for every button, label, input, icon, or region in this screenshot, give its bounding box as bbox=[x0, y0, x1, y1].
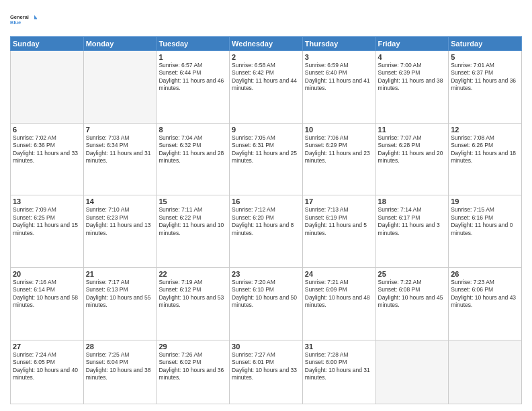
calendar-day-cell bbox=[375, 340, 449, 404]
calendar-day-cell bbox=[11, 51, 84, 124]
calendar-week-row: 13Sunrise: 7:09 AMSunset: 6:25 PMDayligh… bbox=[11, 195, 522, 268]
day-number: 12 bbox=[451, 126, 519, 134]
day-info: Sunrise: 6:59 AMSunset: 6:40 PMDaylight:… bbox=[305, 62, 373, 93]
day-number: 15 bbox=[159, 197, 227, 205]
calendar-day-cell: 6Sunrise: 7:02 AMSunset: 6:36 PMDaylight… bbox=[11, 123, 84, 195]
day-number: 23 bbox=[232, 270, 300, 278]
day-info: Sunrise: 7:20 AMSunset: 6:10 PMDaylight:… bbox=[232, 279, 300, 310]
day-number: 28 bbox=[86, 342, 154, 351]
day-info: Sunrise: 7:19 AMSunset: 6:12 PMDaylight:… bbox=[159, 279, 227, 310]
calendar-day-cell: 4Sunrise: 7:00 AMSunset: 6:39 PMDaylight… bbox=[375, 51, 449, 124]
calendar-day-cell: 17Sunrise: 7:13 AMSunset: 6:19 PMDayligh… bbox=[302, 195, 375, 268]
calendar-day-cell: 18Sunrise: 7:14 AMSunset: 6:17 PMDayligh… bbox=[375, 195, 449, 268]
day-number: 9 bbox=[232, 126, 300, 134]
calendar-day-cell: 29Sunrise: 7:26 AMSunset: 6:02 PMDayligh… bbox=[157, 340, 230, 404]
day-info: Sunrise: 7:13 AMSunset: 6:19 PMDaylight:… bbox=[305, 206, 373, 237]
day-info: Sunrise: 6:57 AMSunset: 6:44 PMDaylight:… bbox=[159, 62, 227, 93]
logo: General Blue bbox=[10, 7, 37, 32]
day-info: Sunrise: 7:26 AMSunset: 6:02 PMDaylight:… bbox=[159, 351, 227, 382]
calendar-day-cell: 12Sunrise: 7:08 AMSunset: 6:26 PMDayligh… bbox=[449, 123, 522, 195]
day-number: 6 bbox=[13, 126, 81, 134]
calendar-body: 1Sunrise: 6:57 AMSunset: 6:44 PMDaylight… bbox=[11, 51, 522, 404]
page: General Blue SundayMondayTuesdayWednesda… bbox=[0, 0, 532, 411]
svg-marker-2 bbox=[34, 15, 37, 19]
day-number: 22 bbox=[159, 270, 227, 278]
day-number: 8 bbox=[159, 126, 227, 134]
day-number: 2 bbox=[232, 53, 300, 61]
calendar-week-row: 20Sunrise: 7:16 AMSunset: 6:14 PMDayligh… bbox=[11, 267, 522, 340]
calendar-day-cell: 2Sunrise: 6:58 AMSunset: 6:42 PMDaylight… bbox=[230, 51, 303, 124]
calendar-day-cell: 21Sunrise: 7:17 AMSunset: 6:13 PMDayligh… bbox=[83, 267, 157, 340]
calendar-day-cell: 19Sunrise: 7:15 AMSunset: 6:16 PMDayligh… bbox=[449, 195, 522, 268]
day-info: Sunrise: 7:03 AMSunset: 6:34 PMDaylight:… bbox=[86, 134, 154, 165]
calendar-day-cell: 24Sunrise: 7:21 AMSunset: 6:09 PMDayligh… bbox=[302, 267, 375, 340]
calendar-day-cell: 23Sunrise: 7:20 AMSunset: 6:10 PMDayligh… bbox=[230, 267, 303, 340]
calendar-day-cell: 10Sunrise: 7:06 AMSunset: 6:29 PMDayligh… bbox=[302, 123, 375, 195]
day-info: Sunrise: 7:08 AMSunset: 6:26 PMDaylight:… bbox=[451, 134, 519, 165]
calendar-day-cell: 1Sunrise: 6:57 AMSunset: 6:44 PMDaylight… bbox=[157, 51, 230, 124]
calendar-day-cell: 26Sunrise: 7:23 AMSunset: 6:06 PMDayligh… bbox=[449, 267, 522, 340]
calendar-day-cell: 20Sunrise: 7:16 AMSunset: 6:14 PMDayligh… bbox=[11, 267, 84, 340]
calendar-day-cell: 13Sunrise: 7:09 AMSunset: 6:25 PMDayligh… bbox=[11, 195, 84, 268]
day-info: Sunrise: 6:58 AMSunset: 6:42 PMDaylight:… bbox=[232, 62, 300, 93]
weekday-header-cell: Wednesday bbox=[230, 37, 303, 51]
day-number: 5 bbox=[451, 53, 519, 61]
calendar-day-cell: 30Sunrise: 7:27 AMSunset: 6:01 PMDayligh… bbox=[230, 340, 303, 404]
day-info: Sunrise: 7:05 AMSunset: 6:31 PMDaylight:… bbox=[232, 134, 300, 165]
day-info: Sunrise: 7:25 AMSunset: 6:04 PMDaylight:… bbox=[86, 351, 154, 382]
day-info: Sunrise: 7:23 AMSunset: 6:06 PMDaylight:… bbox=[451, 279, 519, 310]
day-info: Sunrise: 7:12 AMSunset: 6:20 PMDaylight:… bbox=[232, 206, 300, 237]
svg-text:Blue: Blue bbox=[10, 19, 21, 26]
calendar-day-cell: 15Sunrise: 7:11 AMSunset: 6:22 PMDayligh… bbox=[157, 195, 230, 268]
calendar-day-cell: 11Sunrise: 7:07 AMSunset: 6:28 PMDayligh… bbox=[375, 123, 449, 195]
calendar-day-cell: 28Sunrise: 7:25 AMSunset: 6:04 PMDayligh… bbox=[83, 340, 157, 404]
weekday-header-row: SundayMondayTuesdayWednesdayThursdayFrid… bbox=[11, 37, 522, 51]
day-info: Sunrise: 7:06 AMSunset: 6:29 PMDaylight:… bbox=[305, 134, 373, 165]
day-info: Sunrise: 7:15 AMSunset: 6:16 PMDaylight:… bbox=[451, 206, 519, 237]
day-number: 30 bbox=[232, 342, 300, 351]
calendar-day-cell: 8Sunrise: 7:04 AMSunset: 6:32 PMDaylight… bbox=[157, 123, 230, 195]
header: General Blue bbox=[10, 7, 522, 32]
calendar-day-cell: 31Sunrise: 7:28 AMSunset: 6:00 PMDayligh… bbox=[302, 340, 375, 404]
day-info: Sunrise: 7:28 AMSunset: 6:00 PMDaylight:… bbox=[305, 351, 373, 382]
weekday-header-cell: Thursday bbox=[302, 37, 375, 51]
day-info: Sunrise: 7:04 AMSunset: 6:32 PMDaylight:… bbox=[159, 134, 227, 165]
day-info: Sunrise: 7:27 AMSunset: 6:01 PMDaylight:… bbox=[232, 351, 300, 382]
day-info: Sunrise: 7:10 AMSunset: 6:23 PMDaylight:… bbox=[86, 206, 154, 237]
day-info: Sunrise: 7:11 AMSunset: 6:22 PMDaylight:… bbox=[159, 206, 227, 237]
day-number: 17 bbox=[305, 197, 373, 205]
day-number: 25 bbox=[378, 270, 447, 278]
day-info: Sunrise: 7:21 AMSunset: 6:09 PMDaylight:… bbox=[305, 279, 373, 310]
calendar-day-cell: 3Sunrise: 6:59 AMSunset: 6:40 PMDaylight… bbox=[302, 51, 375, 124]
weekday-header-cell: Tuesday bbox=[157, 37, 230, 51]
day-info: Sunrise: 7:17 AMSunset: 6:13 PMDaylight:… bbox=[86, 279, 154, 310]
calendar-day-cell: 7Sunrise: 7:03 AMSunset: 6:34 PMDaylight… bbox=[83, 123, 157, 195]
day-info: Sunrise: 7:22 AMSunset: 6:08 PMDaylight:… bbox=[378, 279, 447, 310]
calendar-week-row: 6Sunrise: 7:02 AMSunset: 6:36 PMDaylight… bbox=[11, 123, 522, 195]
day-info: Sunrise: 7:07 AMSunset: 6:28 PMDaylight:… bbox=[378, 134, 447, 165]
calendar-day-cell: 5Sunrise: 7:01 AMSunset: 6:37 PMDaylight… bbox=[449, 51, 522, 124]
day-number: 27 bbox=[13, 342, 81, 351]
day-info: Sunrise: 7:02 AMSunset: 6:36 PMDaylight:… bbox=[13, 134, 81, 165]
day-number: 31 bbox=[305, 342, 373, 351]
calendar-week-row: 1Sunrise: 6:57 AMSunset: 6:44 PMDaylight… bbox=[11, 51, 522, 124]
day-number: 3 bbox=[305, 53, 373, 61]
calendar-day-cell: 14Sunrise: 7:10 AMSunset: 6:23 PMDayligh… bbox=[83, 195, 157, 268]
calendar-day-cell bbox=[449, 340, 522, 404]
calendar-day-cell: 22Sunrise: 7:19 AMSunset: 6:12 PMDayligh… bbox=[157, 267, 230, 340]
calendar-week-row: 27Sunrise: 7:24 AMSunset: 6:05 PMDayligh… bbox=[11, 340, 522, 404]
day-number: 26 bbox=[451, 270, 519, 278]
calendar-day-cell: 9Sunrise: 7:05 AMSunset: 6:31 PMDaylight… bbox=[230, 123, 303, 195]
day-info: Sunrise: 7:00 AMSunset: 6:39 PMDaylight:… bbox=[378, 62, 447, 93]
calendar-day-cell: 25Sunrise: 7:22 AMSunset: 6:08 PMDayligh… bbox=[375, 267, 449, 340]
calendar-day-cell: 16Sunrise: 7:12 AMSunset: 6:20 PMDayligh… bbox=[230, 195, 303, 268]
day-number: 24 bbox=[305, 270, 373, 278]
calendar-table: SundayMondayTuesdayWednesdayThursdayFrid… bbox=[10, 36, 522, 404]
day-number: 20 bbox=[13, 270, 81, 278]
day-info: Sunrise: 7:16 AMSunset: 6:14 PMDaylight:… bbox=[13, 279, 81, 310]
weekday-header-cell: Friday bbox=[375, 37, 449, 51]
day-number: 18 bbox=[378, 197, 447, 205]
day-number: 29 bbox=[159, 342, 227, 351]
day-number: 16 bbox=[232, 197, 300, 205]
day-number: 1 bbox=[159, 53, 227, 61]
